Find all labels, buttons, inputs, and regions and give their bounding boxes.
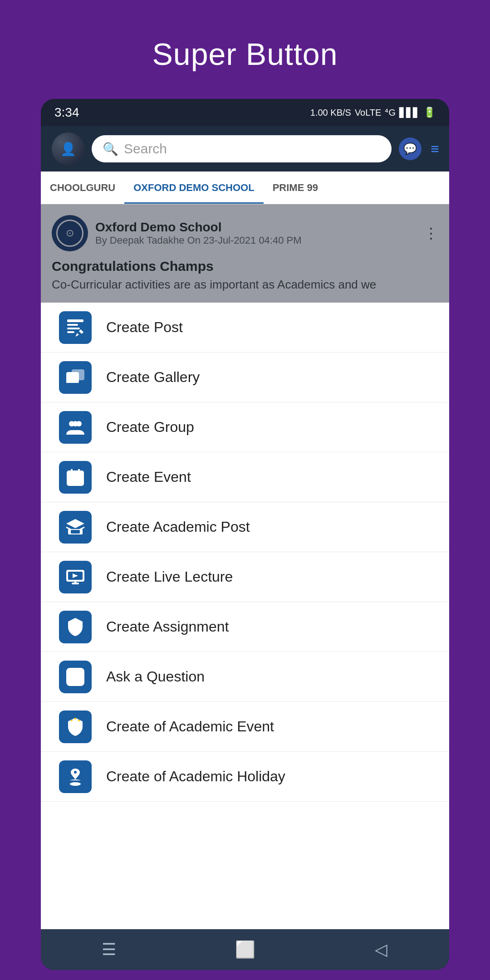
top-bar: 👤 🔍 Search 💬 ≡ xyxy=(41,126,449,172)
svg-point-24 xyxy=(71,720,73,721)
post-card: ⊙ Oxford Demo School By Deepak Tadakhe O… xyxy=(41,204,449,303)
status-icons: 1.00 KB/S VoLTE ⁴G ▋▋▋ 🔋 xyxy=(310,107,436,118)
svg-text:?: ? xyxy=(71,668,80,685)
create-academic-holiday-icon xyxy=(64,766,86,788)
create-academic-event-label: Create of Academic Event xyxy=(106,718,274,735)
svg-rect-2 xyxy=(67,328,80,329)
create-academic-post-icon-box xyxy=(59,511,92,544)
post-school-name: Oxford Demo School xyxy=(95,220,416,235)
search-label: Search xyxy=(124,141,167,157)
tab-oxford[interactable]: OXFORD DEMO SCHOOL xyxy=(124,172,263,204)
status-time: 3:34 xyxy=(54,105,79,120)
menu-item-create-event[interactable]: Create Event xyxy=(41,452,449,502)
tab-choolguru[interactable]: CHOOLGURU xyxy=(41,172,124,204)
phone-frame: 3:34 1.00 KB/S VoLTE ⁴G ▋▋▋ 🔋 👤 🔍 Search… xyxy=(41,99,449,970)
create-post-icon xyxy=(64,317,86,338)
menu-item-create-group[interactable]: Create Group xyxy=(41,402,449,452)
tabs-bar: CHOOLGURU OXFORD DEMO SCHOOL PRIME 99 xyxy=(41,172,449,204)
create-group-icon xyxy=(64,416,86,438)
post-avatar-logo: ⊙ xyxy=(56,220,83,247)
create-assignment-icon xyxy=(64,616,86,638)
menu-item-ask-question[interactable]: ? Ask a Question xyxy=(41,652,449,702)
create-group-label: Create Group xyxy=(106,419,194,436)
create-group-icon-box xyxy=(59,411,92,444)
create-gallery-icon-box xyxy=(59,361,92,394)
search-icon: 🔍 xyxy=(103,142,118,157)
nav-back-icon[interactable]: ◁ xyxy=(368,936,395,963)
create-post-label: Create Post xyxy=(106,319,183,336)
create-live-lecture-icon-box xyxy=(59,561,92,593)
svg-rect-16 xyxy=(71,530,80,534)
menu-item-create-post[interactable]: Create Post xyxy=(41,303,449,353)
signal-text: 1.00 KB/S xyxy=(310,108,351,118)
ask-question-icon-box: ? xyxy=(59,661,92,693)
ask-question-icon: ? xyxy=(64,666,86,688)
ask-question-label: Ask a Question xyxy=(106,668,205,685)
nav-menu-icon[interactable]: ☰ xyxy=(95,936,122,963)
hamburger-icon[interactable]: ≡ xyxy=(431,141,438,157)
battery-icon: 🔋 xyxy=(423,107,436,118)
status-bar: 3:34 1.00 KB/S VoLTE ⁴G ▋▋▋ 🔋 xyxy=(41,99,449,126)
create-assignment-label: Create Assignment xyxy=(106,618,229,635)
svg-point-25 xyxy=(74,718,76,720)
post-avatar: ⊙ xyxy=(52,215,88,251)
post-body: Co-Curricular activities are as importan… xyxy=(52,278,438,292)
post-options-button[interactable]: ⋮ xyxy=(424,225,438,242)
avatar-image: 👤 xyxy=(52,132,84,165)
create-event-icon-box xyxy=(59,461,92,494)
create-academic-holiday-label: Create of Academic Holiday xyxy=(106,768,285,785)
create-academic-event-icon-box xyxy=(59,710,92,743)
svg-rect-0 xyxy=(67,319,83,322)
create-academic-event-icon xyxy=(64,716,86,738)
svg-rect-5 xyxy=(72,369,84,380)
svg-point-28 xyxy=(74,771,77,774)
volte-icon: VoLTE xyxy=(355,108,382,118)
create-live-lecture-label: Create Live Lecture xyxy=(106,568,233,585)
svg-point-26 xyxy=(78,720,80,721)
create-event-icon xyxy=(64,466,86,488)
create-post-icon-box xyxy=(59,311,92,344)
menu-item-create-assignment[interactable]: Create Assignment xyxy=(41,602,449,652)
menu-item-create-gallery[interactable]: Create Gallery xyxy=(41,353,449,402)
svg-point-9 xyxy=(73,421,78,426)
menu-item-create-academic-post[interactable]: Create Academic Post xyxy=(41,502,449,552)
create-live-lecture-icon xyxy=(64,566,86,588)
post-header: ⊙ Oxford Demo School By Deepak Tadakhe O… xyxy=(52,215,438,251)
top-bar-icons: 💬 ≡ xyxy=(399,137,438,160)
nav-home-icon[interactable]: ⬜ xyxy=(231,936,259,963)
super-button-menu: Create Post Create Gallery xyxy=(41,303,449,929)
page-title: Super Button xyxy=(152,36,338,72)
svg-rect-12 xyxy=(67,471,83,475)
svg-rect-1 xyxy=(67,324,78,326)
post-meta: By Deepak Tadakhe On 23-Jul-2021 04:40 P… xyxy=(95,235,416,246)
create-gallery-label: Create Gallery xyxy=(106,369,200,386)
svg-rect-3 xyxy=(67,331,74,333)
tab-prime99[interactable]: PRIME 99 xyxy=(264,172,327,204)
network-icon: ⁴G xyxy=(385,107,396,118)
svg-rect-20 xyxy=(72,583,79,584)
post-info: Oxford Demo School By Deepak Tadakhe On … xyxy=(95,220,416,246)
avatar[interactable]: 👤 xyxy=(52,132,84,165)
signal-bars-icon: ▋▋▋ xyxy=(399,107,420,118)
create-academic-holiday-icon-box xyxy=(59,760,92,793)
search-bar[interactable]: 🔍 Search xyxy=(92,135,392,162)
bottom-navigation: ☰ ⬜ ◁ xyxy=(41,929,449,970)
create-academic-post-label: Create Academic Post xyxy=(106,519,250,535)
create-assignment-icon-box xyxy=(59,611,92,643)
chat-icon[interactable]: 💬 xyxy=(399,137,421,160)
svg-point-27 xyxy=(70,782,81,786)
create-gallery-icon xyxy=(64,367,86,388)
menu-item-create-academic-holiday[interactable]: Create of Academic Holiday xyxy=(41,752,449,802)
menu-item-create-live-lecture[interactable]: Create Live Lecture xyxy=(41,552,449,602)
menu-item-create-academic-event[interactable]: Create of Academic Event xyxy=(41,702,449,752)
create-academic-post-icon xyxy=(64,516,86,538)
svg-point-6 xyxy=(69,375,73,378)
create-event-label: Create Event xyxy=(106,469,191,485)
post-title: Congratulations Champs xyxy=(52,259,438,274)
